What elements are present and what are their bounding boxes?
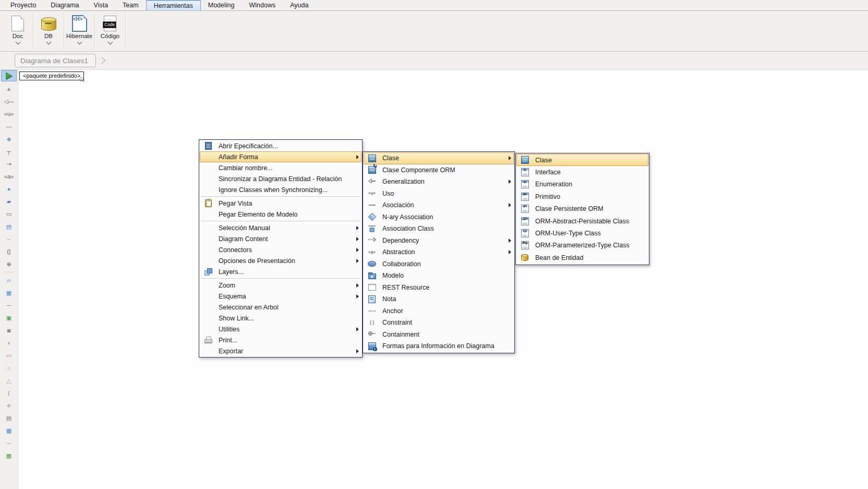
menu-item-zoom[interactable]: Zoom [200,280,361,291]
generalization-tool[interactable]: ◁— [1,95,17,108]
menu-item-formas-para-informaci-n-en-diagrama[interactable]: Formas para Información en Diagrama [364,340,514,352]
menu-item-orm-parameterized-type-class[interactable]: ‹Pa›ORM-Parameterized-Type Class [516,240,648,252]
collaboration-tool[interactable]: ● [1,183,17,195]
callout-tool[interactable]: ◗ [1,337,17,349]
menu-item-a-adir-forma[interactable]: Añadir Forma [200,151,361,162]
chevron-down-icon[interactable] [107,40,113,45]
menu-item-nota[interactable]: Nota [364,293,514,305]
menu-item-anchor[interactable]: Anchor [364,305,514,317]
polyline-tool[interactable]: ⟨ [1,387,17,399]
pointer-tool[interactable] [1,70,17,81]
submenu-arrow-icon [509,203,511,207]
rest-resource-tool[interactable]: ▭ [1,208,17,220]
association-class-tool[interactable]: ┬ [1,145,17,158]
menubar-item-proyecto[interactable]: Proyecto [3,0,43,10]
menu-item-utilities[interactable]: Utilities [200,324,361,335]
table-grid-tool[interactable]: ▦ [1,449,17,462]
default-package-label[interactable]: <paquete predefinido> [19,71,84,80]
menu-item-print[interactable]: Print... [200,335,361,345]
menubar-item-herramientas[interactable]: Herramientas [146,0,201,10]
menu-item-layers[interactable]: Layers... [200,266,361,277]
menu-item-association-class[interactable]: Association Class [364,223,514,235]
menu-item-sincronizar-a-diagrama-entidad-relaci-n[interactable]: Sincronizar a Diagrama Entidad - Relació… [200,173,361,184]
menubar-item-team[interactable]: Team [115,0,146,10]
menu-item-containment[interactable]: Containment [364,329,514,341]
abstraction-tool[interactable]: «a» [1,170,17,183]
menu-item-rest-resource[interactable]: REST Resource [364,282,514,294]
toolbar-button-db[interactable]: DB [34,11,63,51]
class-icon [521,156,529,164]
breadcrumb[interactable]: Diagrama de Clases1 [15,54,96,67]
menu-item-pegar-elemento-de-modelo[interactable]: Pegar Elemento de Modelo [200,209,361,220]
menu-item-orm-user-type-class[interactable]: ‹U›ORM-User-Type Class [516,227,648,239]
nary-association-tool[interactable]: ◆ [1,133,17,145]
menu-item-diagram-content[interactable]: Diagram Content [200,233,361,244]
line-tool[interactable]: ─ [1,299,17,312]
triangle-tool[interactable]: △ [1,374,17,387]
image-tool[interactable]: ▣ [1,312,17,324]
menu-item-cambiar-nombre[interactable]: Cambiar nombre... [200,162,361,173]
screenshot-tool[interactable]: ◙ [1,324,17,337]
menubar-item-modeling[interactable]: Modeling [201,0,242,10]
menu-item-bean-de-entidad[interactable]: Bean de Entidad [516,252,648,264]
divider-tool[interactable]: ─ [1,437,17,449]
menu-item-asociaci-n[interactable]: Asociación [364,199,514,211]
resource-catalog-tool[interactable]: ▲ [1,82,17,95]
toolbar-button-c-digo[interactable]: Código [95,11,125,51]
menu-item-show-link[interactable]: Show Link... [200,313,361,324]
grid-tool[interactable]: ▦ [1,287,17,299]
menu-item-uso[interactable]: «u»Uso [364,188,514,200]
rectangle-tool[interactable]: ▭ [1,349,17,362]
package-tool[interactable]: ▱ [1,274,17,287]
menu-item-clase[interactable]: Clase [516,154,648,166]
menu-item-collaboration[interactable]: Collaboration [364,258,514,270]
containment-tool-icon: ⊕ [6,261,11,267]
menu-item-clase[interactable]: Clase [364,152,514,164]
menu-item-clase-persistente-orm[interactable]: ‹P›Clase Persistente ORM [516,203,648,215]
oval-tool[interactable]: ○ [1,362,17,374]
menu-item-constraint[interactable]: { }Constraint [364,317,514,329]
dependency-tool[interactable]: ⇢ [1,158,17,170]
freehand-tool[interactable]: ≡ [1,399,17,412]
menu-item-clase-componente-orm[interactable]: Clase Componente ORM [364,164,514,176]
table-tool[interactable]: ▤ [1,412,17,424]
menubar-item-vista[interactable]: Vista [87,0,116,10]
image-tool-icon: ▣ [6,315,11,321]
menu-item-primitivo[interactable]: ‹P›Primitivo [516,190,648,202]
menu-item-selecci-n-manual[interactable]: Selección Manual [200,222,361,233]
usage-tool[interactable]: «u» [1,108,17,120]
menu-item-pegar-vista[interactable]: Pegar Vista [200,198,361,209]
resource-catalog-tool-icon: ▲ [6,86,12,92]
menu-item-generalization[interactable]: Generalization [364,176,514,188]
menu-item-modelo[interactable]: Modelo [364,270,514,282]
menu-item-n-ary-association[interactable]: N-ary Association [364,211,514,223]
menu-item-orm-abstract-persistable-class[interactable]: ‹AP›ORM-Abstract-Persistable Class [516,215,648,227]
toolbar-button-hibernate[interactable]: <H>Hibernate [65,11,94,51]
menu-item-abrir-epecificaci-n[interactable]: Abrir Epecificación... [200,140,361,151]
chevron-down-icon[interactable] [77,40,82,45]
menu-item-interface[interactable]: ‹i›Interface [516,166,648,178]
menu-item-esquema[interactable]: Esquema [200,291,361,302]
toolbar-button-doc[interactable]: Doc [3,11,32,51]
menu-item-enumeration[interactable]: ‹e›Enumeration [516,178,648,190]
menu-item-seleccionar-en-arbol[interactable]: Seleccionar en Arbol [200,302,361,313]
layer-lock-tool[interactable]: ▩ [1,424,17,437]
chevron-down-icon[interactable] [15,40,20,45]
menu-item-opciones-de-presentaci-n[interactable]: Opciones de Presentación [200,255,361,266]
association-tool[interactable]: — [1,120,17,133]
menu-item-connectors[interactable]: Connectors [200,244,361,255]
constraint-tool[interactable]: {} [1,245,17,258]
model-tool[interactable]: ▰ [1,195,17,208]
note-tool[interactable]: ▤ [1,220,17,233]
menu-item-label: Selección Manual [214,224,351,232]
menu-item-abstraction[interactable]: «a»Abstraction [364,246,514,258]
menu-item-exportar[interactable]: Exportar [200,345,361,356]
menu-item-dependency[interactable]: Dependency [364,235,514,247]
menu-item-ignore-classes-when-synchronizing[interactable]: Ignore Classes when Synchronizing... [200,184,361,195]
chevron-down-icon[interactable] [46,40,51,45]
containment-tool[interactable]: ⊕ [1,258,17,270]
anchor-tool[interactable]: ┈ [1,233,17,245]
menubar-item-diagrama[interactable]: Diagrama [43,0,86,10]
menubar-item-ayuda[interactable]: Ayuda [283,0,316,10]
menubar-item-windows[interactable]: Windows [242,0,283,10]
